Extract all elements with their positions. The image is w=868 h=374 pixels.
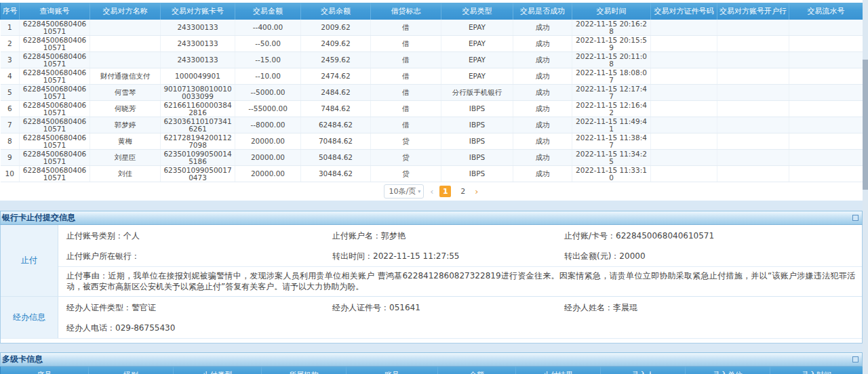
table-cell: 借 xyxy=(371,101,441,117)
table-cell xyxy=(717,166,789,182)
table-cell: 9 xyxy=(1,150,20,166)
field-agent-name: 经办人姓名：李晨琨 xyxy=(564,302,862,314)
column-header: 交易对方证件号码 xyxy=(651,3,717,20)
table-cell: 2009.62 xyxy=(301,20,371,36)
table-cell: 6228450068040610571 xyxy=(20,36,90,52)
page-size-select[interactable]: 10条/页 ▾ xyxy=(384,184,424,199)
table-cell: 2022-11-15 11:49:41 xyxy=(572,117,651,133)
table-cell: 20000.00 xyxy=(235,133,301,150)
column-header: 级别 xyxy=(89,367,174,374)
table-cell: 9010713080100100033099 xyxy=(161,85,235,101)
table-cell xyxy=(789,117,863,133)
table-cell: 成功 xyxy=(513,68,572,85)
table-cell: 6228450068040610571 xyxy=(20,166,90,182)
page-number-2[interactable]: 2 xyxy=(457,186,469,197)
table-cell: 借 xyxy=(371,52,441,68)
table-cell: IBPS xyxy=(441,150,513,166)
table-cell: 6228450068040610571 xyxy=(20,68,90,85)
table-cell: 6216611600003842816 xyxy=(161,101,235,117)
column-header: 借贷标志 xyxy=(371,3,441,20)
page-size-label: 10条/页 xyxy=(389,186,416,196)
table-cell: --15.00 xyxy=(235,52,301,68)
dropdown-caret-icon: ▾ xyxy=(418,188,420,194)
transactions-header-row: 序号查询账号交易对方名称交易对方账卡号交易金额交易余额借贷标志交易类型交易是否成… xyxy=(1,3,863,20)
table-cell: IBPS xyxy=(441,101,513,117)
table-cell: 4 xyxy=(1,68,20,85)
table-cell xyxy=(651,117,717,133)
multicard-section-title: 多级卡信息 xyxy=(1,354,43,365)
table-cell xyxy=(717,36,789,52)
table-cell: --5000.00 xyxy=(235,85,301,101)
transactions-panel: 序号查询账号交易对方名称交易对方账卡号交易金额交易余额借贷标志交易类型交易是否成… xyxy=(0,0,863,201)
pagination-bar: 10条/页 ▾ ‹ 12 › xyxy=(0,182,863,201)
page-number-1[interactable]: 1 xyxy=(439,186,451,197)
table-cell xyxy=(717,85,789,101)
table-row: 56228450068040610571何雪琴90107130801001000… xyxy=(1,85,863,101)
column-header: 序号 xyxy=(1,3,20,20)
table-cell: 2022-11-15 20:15:59 xyxy=(572,36,651,52)
table-cell: 6230361101073416261 xyxy=(161,117,235,133)
prev-page-icon[interactable]: ‹ xyxy=(430,186,433,196)
table-cell: 借 xyxy=(371,85,441,101)
column-header: 交易对方账号开户行 xyxy=(717,3,789,20)
table-cell xyxy=(789,20,863,36)
column-header: 录入时间 xyxy=(770,367,863,374)
table-cell xyxy=(717,133,789,150)
field-account-bank: 止付账户所在银行： xyxy=(66,251,332,262)
multicard-section-bar: 多级卡信息 xyxy=(0,352,863,367)
table-cell: 借 xyxy=(371,36,441,52)
column-header: 查询账号 xyxy=(20,3,90,20)
table-cell xyxy=(651,150,717,166)
multicard-header-row: 序号级别止付类型所属机构账号余额止付结果录入人录入单位录入时间 xyxy=(1,367,863,374)
table-cell: 1000049901 xyxy=(161,68,235,85)
table-cell: 62484.62 xyxy=(301,117,371,133)
table-row: 96228450068040610571刘星臣62350109905001451… xyxy=(1,150,863,166)
field-card-number: 止付账/卡号：6228450068040610571 xyxy=(564,230,862,242)
table-cell: 2459.62 xyxy=(301,52,371,68)
table-cell xyxy=(789,36,863,52)
table-cell: 2474.62 xyxy=(301,68,371,85)
next-page-icon[interactable]: › xyxy=(475,186,478,196)
table-cell: --50.00 xyxy=(235,36,301,52)
table-row: 26228450068040610571243300133--50.002409… xyxy=(1,36,863,52)
table-cell: --55000.00 xyxy=(235,101,301,117)
table-cell: 借 xyxy=(371,20,441,36)
column-header: 余额 xyxy=(438,367,516,374)
scrollbar-thumb[interactable] xyxy=(863,60,868,190)
table-cell xyxy=(651,36,717,52)
table-cell xyxy=(651,52,717,68)
column-header: 交易对方名称 xyxy=(90,3,161,20)
transactions-body: 16228450068040610571243300133--400.00200… xyxy=(1,20,863,182)
table-cell: 借 xyxy=(371,117,441,133)
table-cell xyxy=(789,150,863,166)
table-cell: 2022-11-15 20:11:08 xyxy=(572,52,651,68)
field-agent-phone: 经办人电话：029-86755430 xyxy=(66,323,332,334)
stop-payment-section-title: 银行卡止付提交信息 xyxy=(1,212,75,224)
table-row: 76228450068040610571郭梦婷62303611010734162… xyxy=(1,117,863,133)
table-cell: 贷 xyxy=(371,150,441,166)
table-cell: 6228450068040610571 xyxy=(20,150,90,166)
stop-payment-group-label: 止付 xyxy=(1,225,58,296)
table-cell: 分行版手机银行 xyxy=(441,85,513,101)
table-cell: 6228450068040610571 xyxy=(20,85,90,101)
table-cell: 2022-11-15 11:34:25 xyxy=(572,150,651,166)
field-account-type: 止付账号类别：个人 xyxy=(66,230,332,242)
table-cell: 5 xyxy=(1,85,20,101)
table-cell: 10 xyxy=(1,166,20,182)
agent-info-row: 经办信息 经办人证件类型：警官证 经办人证件号：051641 经办人姓名：李晨琨… xyxy=(1,297,862,338)
table-cell: 2022-11-15 12:17:47 xyxy=(572,85,651,101)
table-cell: --400.00 xyxy=(235,20,301,36)
column-header: 所属机构 xyxy=(262,367,347,374)
table-cell: 6235010990500145186 xyxy=(161,150,235,166)
collapse-icon[interactable] xyxy=(852,215,859,221)
column-header: 账号 xyxy=(347,367,438,374)
collapse-icon[interactable] xyxy=(852,356,859,362)
table-cell xyxy=(717,68,789,85)
table-cell: 贷 xyxy=(371,133,441,150)
table-row: 86228450068040610571黄梅621728194200112709… xyxy=(1,133,863,150)
table-cell: 6235010990500170473 xyxy=(161,166,235,182)
column-header: 止付结果 xyxy=(516,367,601,374)
table-cell xyxy=(717,117,789,133)
vertical-scrollbar[interactable] xyxy=(863,0,868,374)
box-bottom-strip xyxy=(1,338,862,343)
